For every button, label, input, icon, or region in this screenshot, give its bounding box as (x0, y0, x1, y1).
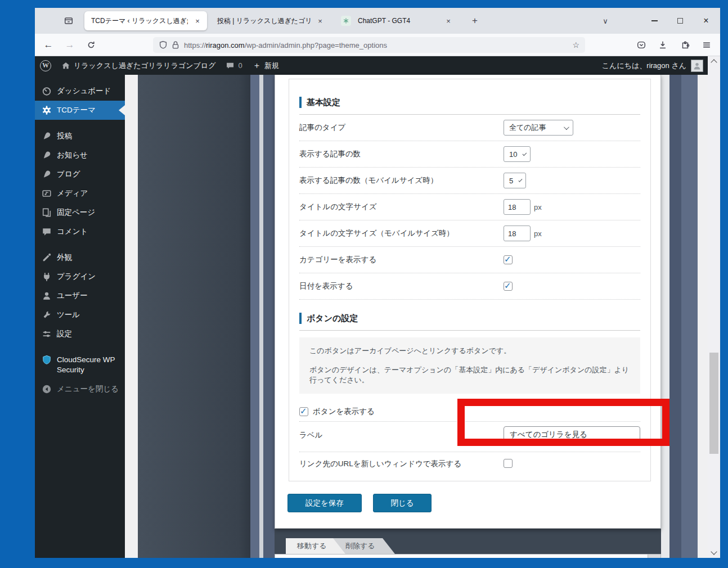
button-info-box: このボタンはアーカイブページへとリンクするボタンです。 ボタンのデザインは、テー… (299, 337, 640, 394)
sidebar-label: 設定 (57, 329, 72, 339)
background-strip (661, 75, 669, 558)
heading-accent-bar (299, 97, 302, 108)
sidebar-separator (35, 344, 125, 350)
sidebar-item-tcd-theme[interactable]: TCDテーマ (35, 101, 125, 120)
show-category-checkbox[interactable] (504, 255, 513, 264)
sidebar-item-cloudsecure[interactable]: CloudSecure WP Security (35, 350, 125, 380)
sliders-icon (42, 329, 52, 339)
sidebar-item-users[interactable]: ユーザー (35, 286, 125, 305)
sidebar-item-media[interactable]: メディア (35, 184, 125, 203)
forward-button[interactable]: → (61, 36, 79, 54)
pushpin-icon (42, 150, 52, 160)
tab-tcd-theme[interactable]: TCDテーマ ‹ リラックスし過ぎたゴリラリラ × (84, 11, 207, 30)
sidebar-label: CloudSecure WP Security (57, 355, 119, 375)
select-value: 5 (509, 177, 513, 185)
app-menu-button[interactable] (698, 36, 716, 54)
sidebar-label: TCDテーマ (57, 105, 96, 115)
title-size-input[interactable] (504, 199, 531, 215)
article-type-select[interactable]: 全ての記事 (504, 120, 573, 136)
bookmark-star-icon[interactable]: ☆ (572, 40, 579, 49)
info-text: このボタンはアーカイブページへとリンクするボタンです。 (309, 346, 630, 356)
tab-post-editor[interactable]: 投稿 | リラックスし過ぎたゴリラリラゴンブ × (210, 11, 330, 30)
close-panel-button[interactable]: 閉じる (373, 494, 432, 512)
window-maximize-button[interactable] (667, 8, 693, 34)
sidebar-separator (35, 120, 125, 127)
unit-label: px (534, 203, 542, 211)
sidebar-label: ダッシュボード (57, 86, 111, 96)
background-strip (250, 75, 259, 558)
sidebar-item-posts[interactable]: 投稿 (35, 127, 125, 146)
firefox-view-icon (64, 16, 74, 26)
show-button-checkbox[interactable] (299, 407, 308, 416)
site-name: リラックスし過ぎたゴリラリラゴンブログ (74, 61, 215, 71)
avatar[interactable] (691, 60, 703, 72)
reload-button[interactable] (82, 36, 100, 54)
sidebar-item-settings[interactable]: 設定 (35, 324, 125, 344)
back-button[interactable]: ← (39, 36, 57, 54)
site-name-menu[interactable]: リラックスし過ぎたゴリラリラゴンブログ (56, 56, 221, 75)
sidebar-item-appearance[interactable]: 外観 (35, 248, 125, 267)
tab-close-icon[interactable]: × (442, 15, 455, 27)
inner-scrollbar-track[interactable] (669, 75, 681, 558)
setting-row-show-date: 日付を表示する (299, 273, 640, 300)
panel-button-row: 設定を保存 閉じる (287, 494, 432, 512)
firefox-view-button[interactable] (61, 13, 77, 29)
tab-title: 投稿 | リラックスし過ぎたゴリラリラゴンブ (210, 16, 311, 26)
section-divider (299, 330, 640, 331)
user-greeting[interactable]: こんにちは、riragon さん (602, 61, 686, 71)
sidebar-item-dashboard[interactable]: ダッシュボード (35, 82, 125, 101)
sidebar-label: ツール (57, 310, 80, 320)
lock-icon (170, 40, 181, 50)
chevron-down-icon (523, 151, 527, 155)
new-window-checkbox[interactable] (504, 459, 513, 468)
tab-chatgpt[interactable]: ChatGPT - GGT4 × (335, 11, 458, 30)
sidebar-item-tools[interactable]: ツール (35, 305, 125, 324)
plus-icon: ＋ (253, 60, 261, 71)
new-content-menu[interactable]: ＋ 新規 (248, 56, 284, 75)
show-date-checkbox[interactable] (504, 282, 513, 291)
tab-close-icon[interactable]: × (314, 15, 326, 27)
active-item-notch (119, 105, 125, 115)
wp-logo-menu[interactable]: W (35, 56, 56, 75)
url-scheme: https:// (184, 41, 206, 49)
scrollbar-down-arrow[interactable] (711, 548, 717, 555)
user-icon (42, 291, 52, 301)
window-minimize-button[interactable] (641, 8, 667, 34)
setting-row-show-category: カテゴリーを表示する (299, 247, 640, 273)
new-tab-button[interactable]: + (467, 13, 483, 29)
extensions-button[interactable] (676, 36, 694, 54)
sidebar-item-collapse-menu[interactable]: メニューを閉じる (35, 380, 125, 399)
sidebar-item-news[interactable]: お知らせ (35, 146, 125, 165)
select-value: 全ての記事 (509, 123, 558, 133)
scrollbar-thumb[interactable] (709, 353, 718, 454)
page-scrollbar[interactable] (708, 56, 720, 558)
window-close-button[interactable]: × (693, 8, 719, 34)
comments-menu[interactable]: 0 (221, 56, 247, 75)
pocket-icon[interactable] (632, 36, 650, 54)
downloads-button[interactable] (654, 36, 672, 54)
background-strip (259, 75, 263, 558)
setting-row-new-window: リンク先のURLを新しいウィンドウで表示する (299, 452, 640, 479)
list-all-tabs-button[interactable]: ∨ (597, 13, 613, 29)
paintbrush-icon (42, 253, 52, 263)
setting-label: 表示する記事の数（モバイルサイズ時） (299, 175, 504, 186)
scrollbar-up-arrow[interactable] (711, 59, 717, 65)
title-size-mobile-input[interactable] (504, 226, 531, 241)
sidebar-label: メディア (57, 188, 88, 199)
sidebar-item-plugins[interactable]: プラグイン (35, 267, 125, 286)
tab-close-icon[interactable]: × (191, 15, 204, 27)
post-count-mobile-select[interactable]: 5 (504, 173, 526, 188)
url-bar[interactable]: https://riragon.com/wp-admin/admin.php?p… (153, 37, 585, 53)
setting-label: リンク先のURLを新しいウィンドウで表示する (299, 459, 504, 469)
info-text: ボタンのデザインは、テーマオプションの「基本設定」内にある「デザインボタンの設定… (309, 365, 630, 385)
save-settings-button[interactable]: 設定を保存 (287, 494, 362, 512)
sidebar-label: プラグイン (57, 272, 96, 282)
sidebar-item-comments[interactable]: コメント (35, 222, 125, 241)
sidebar-item-blog[interactable]: ブログ (35, 165, 125, 184)
chevron-down-icon (519, 178, 523, 182)
browser-toolbar: ← → https://riragon.com/wp-admin/admin.p… (35, 34, 720, 56)
sidebar-item-pages[interactable]: 固定ページ (35, 203, 125, 222)
tab-strip: TCDテーマ ‹ リラックスし過ぎたゴリラリラ × 投稿 | リラックスし過ぎた… (35, 8, 720, 34)
collapse-arrow-icon (42, 384, 52, 394)
post-count-select[interactable]: 10 (504, 146, 531, 162)
